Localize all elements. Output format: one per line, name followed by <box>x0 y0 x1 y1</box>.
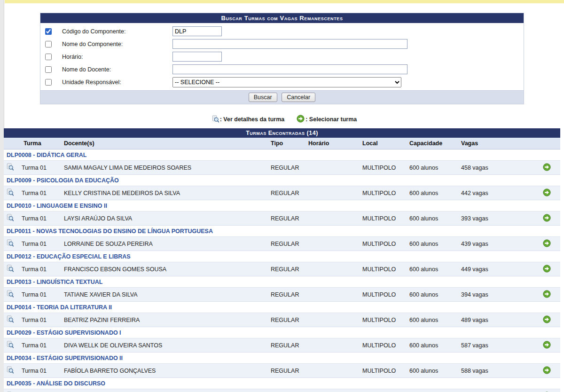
docente-cell: FABÍOLA BARRETO GONÇALVES <box>61 364 268 378</box>
tipo-cell: REGULAR <box>268 389 306 392</box>
nome-docente-input[interactable] <box>172 64 407 74</box>
tipo-cell: REGULAR <box>268 313 306 327</box>
col-vagas: Vagas <box>458 138 533 149</box>
nome-docente-checkbox[interactable] <box>45 66 52 73</box>
horario-input[interactable] <box>172 52 222 62</box>
vagas-cell: 449 vagas <box>458 262 533 276</box>
course-group-row: DLP0014 - TEORIA DA LITERATURA II <box>4 302 560 313</box>
horario-cell <box>306 364 360 378</box>
view-details-icon <box>212 115 219 123</box>
horario-cell <box>306 313 360 327</box>
tipo-cell: REGULAR <box>268 186 306 200</box>
codigo-componente-checkbox[interactable] <box>45 28 52 35</box>
tipo-cell: REGULAR <box>268 364 306 378</box>
select-turma-icon[interactable] <box>543 341 551 349</box>
view-details-icon[interactable] <box>7 265 14 272</box>
results-table: Turmas Encontradas (14) Turma Docente(s)… <box>4 128 560 392</box>
turma-cell: Turma 01 <box>19 237 61 251</box>
course-group-row: DLP0034 - ESTÁGIO SUPERVISIONADO II <box>4 353 560 364</box>
view-details-icon[interactable] <box>7 366 14 374</box>
course-group-row: DLP0012 - EDUCAÇÃO ESPECIAL E LIBRAS <box>4 251 560 262</box>
horario-cell <box>306 212 360 226</box>
vagas-cell: 393 vagas <box>458 212 533 226</box>
nome-componente-input[interactable] <box>172 39 407 49</box>
course-title: DLP0012 - EDUCAÇÃO ESPECIAL E LIBRAS <box>4 251 560 262</box>
local-cell: MULTIPOLO <box>360 262 407 276</box>
docente-cell: EDGLEY FREIRE TAVARES <box>61 389 268 392</box>
turma-row: Turma 01SAMIA MAGALY LIMA DE MEDEIROS SO… <box>4 161 560 175</box>
docente-cell: LORRAINE DE SOUZA PEREIRA <box>61 237 268 251</box>
vagas-cell: 587 vagas <box>458 338 533 353</box>
search-form: Buscar Turmas com Vagas Remanescentes Có… <box>40 13 524 104</box>
view-details-icon[interactable] <box>7 239 14 247</box>
turma-row: Turma 01FABÍOLA BARRETO GONÇALVESREGULAR… <box>4 364 560 378</box>
col-tipo: Tipo <box>268 138 306 149</box>
turma-cell: Turma 01 <box>19 364 61 378</box>
unidade-responsavel-checkbox[interactable] <box>45 79 52 86</box>
nome-componente-checkbox[interactable] <box>45 41 52 47</box>
course-group-row: DLP0013 - LINGUÍSTICA TEXTUAL <box>4 276 560 288</box>
codigo-componente-input[interactable] <box>172 26 222 36</box>
cancelar-button[interactable]: Cancelar <box>282 93 315 102</box>
select-turma-icon <box>297 115 305 123</box>
buscar-button[interactable]: Buscar <box>249 93 277 102</box>
capacidade-cell: 600 alunos <box>407 237 458 251</box>
turma-cell: Turma 01 <box>19 212 61 226</box>
select-turma-icon[interactable] <box>543 188 551 196</box>
capacidade-cell: 600 alunos <box>407 338 458 353</box>
horario-checkbox[interactable] <box>45 54 52 60</box>
view-details-icon[interactable] <box>7 341 14 348</box>
vagas-cell: 442 vagas <box>458 186 533 200</box>
local-cell: MULTIPOLO <box>360 161 407 175</box>
docente-cell: BEATRIZ PAZINI FERREIRA <box>61 313 268 327</box>
view-details-icon[interactable] <box>7 315 14 323</box>
course-group-row: DLP0029 - ESTÁGIO SUPERVISIONADO I <box>4 327 560 338</box>
docente-cell: FRANCISCO EBSON GOMES SOUSA <box>61 262 268 276</box>
view-details-icon[interactable] <box>7 290 14 298</box>
view-details-icon[interactable] <box>7 163 14 171</box>
select-turma-icon[interactable] <box>543 239 551 247</box>
select-turma-icon[interactable] <box>543 315 551 323</box>
local-cell: MULTIPOLO <box>360 389 407 392</box>
horario-cell <box>306 389 360 392</box>
local-cell: MULTIPOLO <box>360 186 407 200</box>
legend-select-turma-label: : Selecionar turma <box>306 116 357 123</box>
capacidade-cell: 600 alunos <box>407 262 458 276</box>
search-form-title: Buscar Turmas com Vagas Remanescentes <box>40 13 524 23</box>
codigo-componente-label: Código do Componente: <box>62 28 172 35</box>
select-turma-icon[interactable] <box>543 366 551 374</box>
horario-cell <box>306 338 360 353</box>
col-horario: Horário <box>306 138 360 149</box>
course-group-row: DLP0008 - DIDÁTICA GERAL <box>4 149 560 161</box>
col-local: Local <box>360 138 407 149</box>
vagas-cell: 489 vagas <box>458 313 533 327</box>
turma-row: Turma 01KELLY CRISTINA DE MEDEIROS DA SI… <box>4 186 560 200</box>
horario-cell <box>306 237 360 251</box>
vagas-cell: 588 vagas <box>458 364 533 378</box>
legend-view-details-label: : Ver detalhes da turma <box>220 116 285 123</box>
select-turma-icon[interactable] <box>543 214 551 222</box>
tipo-cell: REGULAR <box>268 161 306 175</box>
turma-cell: Turma 01 <box>19 389 61 392</box>
unidade-responsavel-select[interactable]: -- SELECIONE -- <box>172 77 401 87</box>
col-capacidade: Capacidade <box>407 138 458 149</box>
view-details-icon[interactable] <box>7 214 14 221</box>
tipo-cell: REGULAR <box>268 237 306 251</box>
results-header-row: Turma Docente(s) Tipo Horário Local Capa… <box>4 138 560 149</box>
nome-componente-label: Nome do Componente: <box>62 41 172 47</box>
form-row-horario: Horário: <box>40 50 524 63</box>
turma-row: Turma 01FRANCISCO EBSON GOMES SOUSAREGUL… <box>4 262 560 276</box>
horario-cell <box>306 262 360 276</box>
view-details-icon[interactable] <box>7 188 14 196</box>
select-turma-icon[interactable] <box>543 265 551 273</box>
vagas-cell: 458 vagas <box>458 161 533 175</box>
course-group-row: DLP0009 - PSICOLOGIA DA EDUCAÇÃO <box>4 175 560 186</box>
turma-row: Turma 01EDGLEY FREIRE TAVARESREGULARMULT… <box>4 389 560 392</box>
nome-docente-label: Nome do Docente: <box>62 66 172 73</box>
select-turma-icon[interactable] <box>543 290 551 298</box>
local-cell: MULTIPOLO <box>360 364 407 378</box>
select-turma-icon[interactable] <box>543 163 551 171</box>
capacidade-cell: 600 alunos <box>407 313 458 327</box>
course-group-row: DLP0010 - LINGUAGEM E ENSINO II <box>4 200 560 212</box>
docente-cell: LAYSI ARAÚJO DA SILVA <box>61 212 268 226</box>
